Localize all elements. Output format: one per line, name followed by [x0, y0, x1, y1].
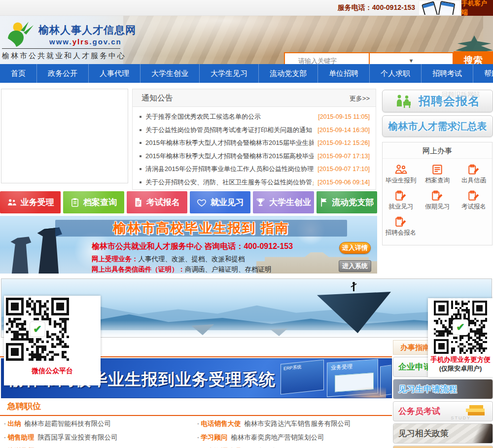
notice-item[interactable]: 关于公益性岗位协管员招聘考试准考证打印相关问题的通知[2015-09-14 16… [140, 124, 370, 137]
card-internship-policies[interactable]: 见习相关政策 [393, 423, 493, 444]
search-input[interactable] [284, 52, 370, 64]
mobile-app-preview-image [419, 0, 460, 15]
old-site-link[interactable]: 回顾旧版网站 [442, 90, 480, 99]
job-item[interactable]: 学习顾问榆林市泰奕房地产营销策划公司 [197, 433, 390, 442]
enter-details-button[interactable]: 进入详情 [339, 242, 371, 254]
online-services-grid: 毕业生报到 档案查询 出具信函 就业见习 假期见习 考试报名 [383, 159, 492, 237]
card-photo [469, 424, 493, 443]
nav-item-job-seek[interactable]: 个人求职 [370, 64, 422, 83]
search-category-select[interactable]: ▼ [370, 52, 454, 64]
quick-buttons-row: 业务受理 档案查询 考试报名 就业见习 大学生创业 流动党支部 [0, 191, 377, 213]
flag-icon [319, 198, 328, 207]
nav-item-help[interactable]: 帮助中心 [473, 64, 493, 83]
phone-icon [422, 1, 439, 15]
mobile-app-qr-card: ✔ 手机办理业务更方便 (仅限安卓用户) [428, 298, 493, 377]
logo-divider [2, 48, 120, 49]
notice-date: [2015-09-06 09:14] [317, 179, 370, 186]
people-icon [394, 164, 407, 175]
card-civil-service-exam[interactable]: 公务员考试 STUDY [393, 401, 493, 421]
service-graduate-report[interactable]: 毕业生报到 [383, 164, 419, 185]
notice-item[interactable]: 2015年榆林市秋季大型人才招聘会暨榆林市2015届高校毕业生…[2015-09… [140, 150, 370, 163]
bullet-icon [140, 116, 141, 118]
notice-date: [2015-09-07 17:10] [317, 166, 370, 172]
archive-query-button[interactable]: 档案查询 [63, 191, 124, 213]
online-services-panel: 网上办事 毕业生报到 档案查询 出具信函 就业见习 假期见习 [382, 142, 493, 245]
bullet-icon [140, 129, 141, 131]
notice-more-link[interactable]: 更多>> [350, 94, 370, 103]
notice-header: 通知公告 更多>> [133, 89, 376, 107]
job-item[interactable]: 电话销售大使榆林市安路达汽车销售服务有限公司 [197, 419, 390, 428]
image-slider[interactable] [1, 89, 128, 183]
nav-item-student-internship[interactable]: 大学生见习 [200, 64, 259, 83]
mobile-qr-caption-2: (仅限安卓用户) [428, 364, 493, 373]
nav-item-employer-recruit[interactable]: 单位招聘 [318, 64, 370, 83]
search-button[interactable]: 搜索 [454, 51, 493, 64]
employment-internship-button[interactable]: 就业见习 [190, 191, 250, 213]
notice-panel: 通知公告 更多>> 关于推荐全国优秀农民工候选名单的公示[2015-09-15 … [132, 89, 376, 190]
phone-icon [437, 1, 456, 15]
exam-signup-button[interactable]: 考试报名 [127, 191, 187, 213]
site-url: www.ylrs.gov.cn [49, 37, 122, 46]
bullet-icon [140, 155, 141, 157]
clipboard-pen-icon [394, 216, 407, 227]
guide-hotline: 榆林市公共就业和人才服务中心 咨询电话：400-0912-153 [92, 241, 293, 252]
service-job-fair-signup[interactable]: 招聘会报名 [383, 216, 419, 237]
notice-item[interactable]: 2015年榆林市秋季大型人才招聘会暨榆林市2015届毕业生就业…[2015-09… [140, 137, 370, 150]
notice-date: [2015-09-12 15:26] [317, 139, 370, 146]
guide-line-1: 网上受理业务：人事代理、改派、提档、改派和提档 [92, 255, 245, 264]
business-acceptance-button[interactable]: 业务受理 [0, 191, 61, 213]
clipboard-pen-icon [431, 190, 444, 201]
hot-jobs-list: 出纳榆林市超霸智能科技有限公司 电话销售大使榆林市安路达汽车销售服务有限公司 销… [4, 419, 392, 448]
hand-touch-image [342, 386, 386, 398]
nav-item-student-startup[interactable]: 大学生创业 [141, 64, 200, 83]
service-archive-query[interactable]: 档案查询 [419, 164, 456, 185]
site-logo-icon [3, 21, 36, 52]
site-header: 榆林人事人才信息网 www.ylrs.gov.cn 榆林市公共就业和人才服务中心… [0, 16, 493, 64]
student-startup-button[interactable]: 大学生创业 [253, 191, 314, 213]
document-icon [134, 198, 142, 207]
service-exam-signup[interactable]: 考试报名 [456, 190, 492, 211]
notice-date: [2015-09-15 11:05] [318, 113, 370, 120]
notice-item[interactable]: 关于推荐全国优秀农民工候选名单的公示[2015-09-15 11:05] [140, 110, 370, 124]
org-name: 榆林市公共就业和人才服务中心 [2, 51, 126, 61]
chevron-down-icon: ▼ [409, 58, 414, 64]
service-phone: 服务电话：400-0912-153 [338, 3, 415, 12]
main-nav: 首页 政务公开 人事代理 大学生创业 大学生见习 流动党支部 单位招聘 个人求职… [0, 64, 493, 83]
mobile-qr-caption-1: 手机办理业务更方便 [428, 355, 493, 364]
guide-title-band: 榆林市高校毕业生报到 指南 [55, 220, 347, 237]
notice-list: 关于推荐全国优秀农民工候选名单的公示[2015-09-15 11:05] 关于公… [133, 107, 376, 189]
notice-item[interactable]: 清涧县2015年公开招聘事业单位工作人员和公益性岗位协理员…[2015-09-0… [140, 163, 370, 176]
guide-title: 榆林市高校毕业生报到 指南 [113, 219, 289, 237]
nav-item-gov-affairs[interactable]: 政务公开 [37, 64, 89, 83]
notice-date: [2015-09-07 17:13] [317, 153, 370, 160]
clipboard-pen-icon [394, 190, 407, 201]
job-item[interactable]: 销售助理陕西国孚置业投资有限公司 [4, 433, 197, 442]
nav-item-hr-agency[interactable]: 人事代理 [89, 64, 141, 83]
trophy-icon [256, 198, 265, 207]
heart-icon [197, 198, 207, 207]
bullet-icon [140, 142, 141, 144]
graduate-guide-banner[interactable]: 榆林市高校毕业生报到 指南 榆林市公共就业和人才服务中心 咨询电话：400-09… [0, 216, 377, 274]
notice-title: 通知公告 [141, 93, 173, 103]
file-icon [431, 164, 444, 175]
nav-item-home[interactable]: 首页 [0, 64, 37, 83]
mobile-party-branch-button[interactable]: 流动党支部 [317, 191, 377, 213]
mobile-client-link[interactable]: 手机客户端 [461, 0, 493, 16]
notice-date: [2015-09-14 16:30] [317, 127, 370, 134]
talent-demand-table-button[interactable]: 榆林市人才需求汇总表 [382, 115, 493, 137]
service-issue-letter[interactable]: 出具信函 [456, 164, 492, 185]
enter-system-button[interactable]: 进入系统 [339, 260, 371, 272]
graduate-silhouette-image [9, 232, 37, 274]
service-holiday-internship[interactable]: 假期见习 [419, 190, 456, 211]
card-partial[interactable] [393, 446, 493, 448]
guide-line-2: 网上出具各类信函件（证明）：商调函、户籍证明、存档证明 [92, 265, 272, 274]
nav-item-party-branch[interactable]: 流动党支部 [259, 64, 318, 83]
bullet-icon [140, 181, 141, 183]
card-internship-apply-flow[interactable]: 见习生申请流程 [393, 379, 493, 399]
job-item[interactable]: 出纳榆林市超霸智能科技有限公司 [4, 419, 197, 428]
nav-item-recruit-exam[interactable]: 招聘考试 [422, 64, 473, 83]
notice-item[interactable]: 关于公开招聘公安、消防、社区卫生服务等公益性岗位协管员…[2015-09-06 … [140, 176, 370, 189]
service-employment-internship[interactable]: 就业见习 [383, 190, 419, 211]
site-logo-check-icon: ✔ [30, 321, 45, 337]
mobile-app-qr-code: ✔ [434, 301, 487, 354]
